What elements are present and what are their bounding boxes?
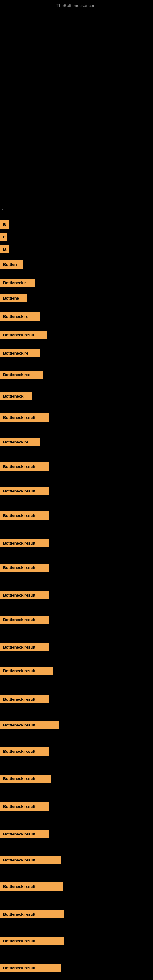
bottleneck-label-5: Bottleneck r xyxy=(0,279,35,287)
bottleneck-label-4: Bottlen xyxy=(0,260,23,269)
bottleneck-label-25: Bottleneck result xyxy=(0,747,49,756)
bottleneck-label-14: Bottleneck result xyxy=(0,463,49,471)
bottleneck-label-10: Bottleneck res xyxy=(0,371,43,379)
bottleneck-label-8: Bottleneck resul xyxy=(0,331,48,339)
bottleneck-label-11: Bottleneck xyxy=(0,392,32,400)
bottleneck-label-16: Bottleneck result xyxy=(0,511,49,520)
bottleneck-label-27: Bottleneck result xyxy=(0,802,49,811)
bottleneck-label-15: Bottleneck result xyxy=(0,487,49,495)
bottleneck-label-19: Bottleneck result xyxy=(0,591,49,599)
bottleneck-label-6: Bottlene xyxy=(0,294,27,302)
bottleneck-label-20: Bottleneck result xyxy=(0,616,49,624)
bottleneck-label-31: Bottleneck result xyxy=(0,910,64,918)
bottleneck-label-32: Bottleneck result xyxy=(0,937,64,945)
bottleneck-label-33: Bottleneck result xyxy=(0,964,61,972)
bottleneck-label-30: Bottleneck result xyxy=(0,882,63,891)
site-title: TheBottlenecker.com xyxy=(0,0,153,11)
bottleneck-label-28: Bottleneck result xyxy=(0,830,49,838)
bottleneck-label-1: B↑ xyxy=(0,221,9,229)
bottleneck-label-22: Bottleneck result xyxy=(0,667,53,675)
bottleneck-label-18: Bottleneck result xyxy=(0,563,49,572)
bottleneck-label-29: Bottleneck result xyxy=(0,856,61,864)
section-bracket: [ xyxy=(2,208,3,213)
bottleneck-label-12: Bottleneck result xyxy=(0,414,49,422)
bottleneck-label-24: Bottleneck result xyxy=(0,721,59,729)
bottleneck-label-23: Bottleneck result xyxy=(0,695,49,703)
bottleneck-label-17: Bottleneck result xyxy=(0,539,49,547)
bottleneck-label-3: B↓ xyxy=(0,245,9,253)
bottleneck-label-9: Bottleneck re xyxy=(0,349,40,357)
bottleneck-label-13: Bottleneck re xyxy=(0,438,40,446)
bottleneck-label-21: Bottleneck result xyxy=(0,643,49,651)
bottleneck-label-7: Bottleneck re xyxy=(0,312,40,321)
bottleneck-label-26: Bottleneck result xyxy=(0,775,51,783)
bottleneck-label-2: E xyxy=(0,233,7,241)
